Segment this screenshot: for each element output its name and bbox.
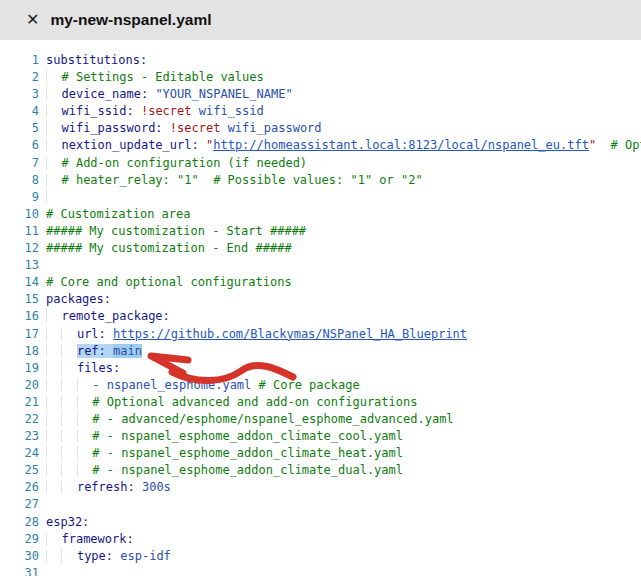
code-line[interactable]: 4 wifi_ssid: !secret wifi_ssid: [0, 103, 641, 120]
indent-guide: [46, 395, 61, 409]
code-line[interactable]: 9: [0, 189, 641, 206]
code-token: remote_package:: [61, 309, 169, 323]
code-line[interactable]: 3 device_name: "YOUR_NSPANEL_NAME": [0, 86, 641, 103]
indent-guide: [46, 190, 61, 204]
code-token: !secret: [141, 104, 192, 118]
indent-guide: [46, 327, 61, 341]
line-number: 9: [0, 189, 39, 206]
code-line[interactable]: 29 framework:: [0, 531, 641, 548]
indent-guide: [61, 463, 76, 477]
code-text: nextion_update_url: "http://homeassistan…: [46, 138, 641, 152]
indent-guide: [46, 87, 61, 101]
code-token: main: [113, 344, 142, 358]
code-editor[interactable]: 1substitutions:2 # Settings - Editable v…: [0, 40, 641, 576]
line-number: 5: [0, 120, 39, 137]
code-text: wifi_ssid: !secret wifi_ssid: [46, 104, 264, 118]
indent-guide: [46, 344, 61, 358]
code-text: [46, 190, 61, 204]
code-line[interactable]: 2 # Settings - Editable values: [0, 69, 641, 86]
code-line[interactable]: 18 ref: main: [0, 343, 641, 360]
code-line[interactable]: 14# Core and optional configurations: [0, 274, 641, 291]
code-text: # Core and optional configurations: [46, 275, 292, 289]
code-token: [106, 327, 113, 341]
line-number: 23: [0, 428, 39, 445]
code-text: framework:: [46, 532, 134, 546]
code-line[interactable]: 31: [0, 565, 641, 576]
code-line[interactable]: 15packages:: [0, 291, 641, 308]
code-line[interactable]: 12##### My customization - End #####: [0, 240, 641, 257]
code-line[interactable]: 6 nextion_update_url: "http://homeassist…: [0, 137, 641, 154]
code-token: # Core package: [251, 378, 359, 392]
code-line[interactable]: 8 # heater_relay: "1" # Possible values:…: [0, 172, 641, 189]
line-number: 15: [0, 291, 39, 308]
indent-guide: [46, 429, 61, 443]
line-number: 29: [0, 531, 39, 548]
code-token: packages:: [46, 292, 111, 306]
code-token: wifi_password:: [61, 121, 162, 135]
indent-guide: [46, 480, 61, 494]
code-token: wifi_ssid: [192, 104, 264, 118]
code-line[interactable]: 30 type: esp-idf: [0, 548, 641, 565]
indent-guide: [61, 327, 76, 341]
code-token: # - nspanel_esphome_addon_climate_heat.y…: [92, 446, 403, 460]
code-token: esp-idf: [120, 549, 171, 563]
line-number: 10: [0, 206, 39, 223]
code-line[interactable]: 11##### My customization - Start #####: [0, 223, 641, 240]
code-text: type: esp-idf: [46, 549, 171, 563]
indent-guide: [77, 412, 92, 426]
code-line[interactable]: 22 # - advanced/esphome/nspanel_esphome_…: [0, 411, 641, 428]
code-token: # - nspanel_esphome_addon_climate_cool.y…: [92, 429, 403, 443]
indent-guide: [46, 412, 61, 426]
line-number: 17: [0, 326, 39, 343]
code-line[interactable]: 25 # - nspanel_esphome_addon_climate_dua…: [0, 462, 641, 479]
line-number: 18: [0, 343, 39, 360]
code-line[interactable]: 17 url: https://github.com/Blackymas/NSP…: [0, 326, 641, 343]
code-token: [596, 138, 610, 152]
editor-titlebar: ✕ my-new-nspanel.yaml: [0, 0, 641, 40]
code-line[interactable]: 27: [0, 496, 641, 513]
code-line[interactable]: 20 - nspanel_esphome.yaml # Core package: [0, 377, 641, 394]
indent-guide: [46, 138, 61, 152]
line-number: 16: [0, 308, 39, 325]
indent-guide: [46, 309, 61, 323]
line-number: 7: [0, 155, 39, 172]
code-line[interactable]: 24 # - nspanel_esphome_addon_climate_hea…: [0, 445, 641, 462]
indent-guide: [77, 429, 92, 443]
indent-guide: [61, 412, 76, 426]
code-line[interactable]: 21 # Optional advanced and add-on config…: [0, 394, 641, 411]
code-token: url:: [77, 327, 106, 341]
code-line[interactable]: 1substitutions:: [0, 52, 641, 69]
code-line[interactable]: 13: [0, 257, 641, 274]
code-token: files:: [77, 361, 120, 375]
code-line[interactable]: 19 files:: [0, 360, 641, 377]
code-line[interactable]: 23 # - nspanel_esphome_addon_climate_coo…: [0, 428, 641, 445]
indent-guide: [61, 395, 76, 409]
indent-guide: [46, 361, 61, 375]
code-line[interactable]: 5 wifi_password: !secret wifi_password: [0, 120, 641, 137]
code-text: # Optional advanced and add-on configura…: [46, 395, 417, 409]
code-text: ref: main: [46, 344, 142, 358]
code-token: refresh:: [77, 480, 135, 494]
code-token: wifi_password: [220, 121, 321, 135]
close-icon[interactable]: ✕: [26, 12, 39, 28]
line-number: 12: [0, 240, 39, 257]
line-number: 13: [0, 257, 39, 274]
code-line[interactable]: 28esp32:: [0, 514, 641, 531]
code-text: device_name: "YOUR_NSPANEL_NAME": [46, 87, 293, 101]
code-line[interactable]: 26 refresh: 300s: [0, 479, 641, 496]
line-number: 4: [0, 103, 39, 120]
code-line[interactable]: 7 # Add-on configuration (if needed): [0, 155, 641, 172]
code-text: packages:: [46, 292, 111, 306]
code-line[interactable]: 16 remote_package:: [0, 308, 641, 325]
code-text: # Customization area: [46, 207, 191, 221]
code-line[interactable]: 10# Customization area: [0, 206, 641, 223]
line-number: 8: [0, 172, 39, 189]
code-token: # - advanced/esphome/nspanel_esphome_adv…: [92, 412, 453, 426]
code-text: wifi_password: !secret wifi_password: [46, 121, 322, 135]
indent-guide: [46, 378, 61, 392]
line-number: 1: [0, 52, 39, 69]
code-text: - nspanel_esphome.yaml # Core package: [46, 378, 360, 392]
line-number: 6: [0, 137, 39, 154]
code-text: # - nspanel_esphome_addon_climate_cool.y…: [46, 429, 403, 443]
code-token: type:: [77, 549, 113, 563]
